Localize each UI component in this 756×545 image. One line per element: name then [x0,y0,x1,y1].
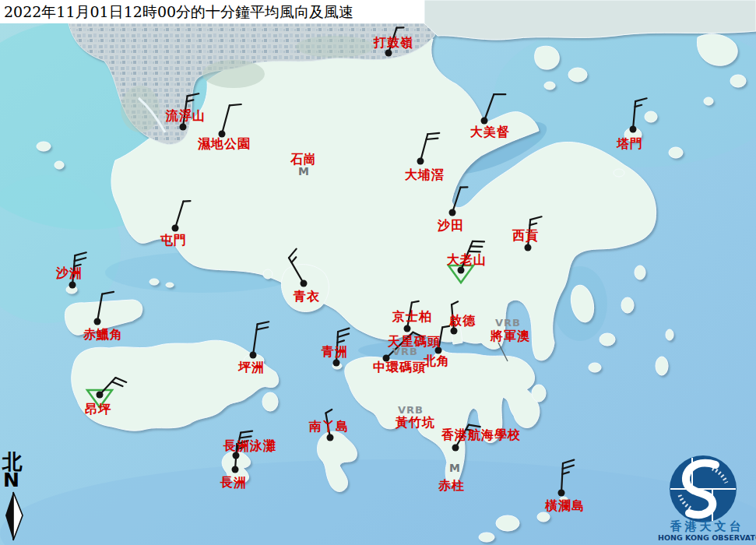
wind-barb-full [473,241,484,242]
station-dot [327,434,334,441]
wind-barb-half [325,410,332,413]
station [449,187,468,216]
station [417,133,440,165]
station-dot [452,445,459,452]
wind-barb-staff [235,444,237,469]
wind-barb-full [563,460,574,463]
station [250,322,269,358]
wind-barb-staff [175,202,184,228]
wind-barb-full [338,329,349,332]
station [172,201,191,231]
station-dot [458,267,465,274]
wind-barb-staff [389,28,397,53]
hko-logo-icon [658,453,756,528]
wind-barb-full [635,98,646,101]
wind-barb-full [75,258,86,261]
wind-barb-staff [484,94,494,121]
north-indicator: 北 N [0,452,34,545]
wind-barb-half [337,340,344,343]
station [481,94,506,124]
map-title: 2022年11月01日12時00分的十分鐘平均風向及風速 [0,0,424,23]
station [325,410,333,441]
station [289,249,308,287]
north-arrow-icon [0,490,31,542]
station-dot [172,225,179,232]
station-dot [481,118,488,125]
hko-name-en: HONG KONG OBSERVATORY [658,533,756,542]
wind-barb-full [240,436,251,438]
wind-barb-full [289,249,297,258]
wind-barb-full [258,322,269,324]
station-dot [180,124,187,131]
wind-barb-half [74,265,81,266]
station [451,301,459,334]
wind-barb-staff [438,327,442,350]
wind-barb-staff [222,105,230,134]
wind-barb-half [530,223,537,225]
wind-barb-full [427,133,439,134]
station-dot [219,131,226,138]
station-dot [385,50,392,57]
station-dot [417,158,424,165]
hko-logo: 香港天文台 HONG KONG OBSERVATORY [658,453,756,545]
station-dot [449,209,456,216]
wind-barb-full [115,378,126,382]
wind-barb-staff [420,134,427,161]
wind-barb-full [257,327,269,329]
station [180,93,199,130]
station-dot [525,244,532,251]
wind-barb-staff [633,101,635,129]
station-dot [333,360,340,367]
station-dot [404,325,411,332]
station [69,252,86,288]
station-dot [250,352,257,359]
station-dot [451,328,458,335]
wind-barb-staff [72,255,75,285]
station [219,104,241,138]
station [383,332,424,362]
station [452,425,480,452]
station [498,343,508,361]
wind-barb-full [413,332,424,338]
station-dot [94,318,101,325]
station-dot [558,490,565,497]
wind-map-page: 流浮山濕地公園打鼓嶺大美督塔門大埔滘石崗M沙田西貢大老山沙洲屯門赤鱲角青衣京士柏… [0,0,756,545]
station-dot [232,466,239,473]
station-dot [383,355,390,362]
wind-barb-half [635,105,642,107]
station [333,329,350,367]
station [630,98,647,132]
wind-barb-staff [289,258,304,283]
wind-barb-staff [561,463,563,493]
wind-barb-staff [452,188,461,213]
north-letter: N [3,470,19,490]
wind-barb-full [563,466,574,469]
wind-barb-full [470,246,482,247]
wind-barb-full [188,93,199,96]
wind-barb-staff [325,413,330,438]
station-dot [69,282,76,289]
station [385,27,404,56]
wind-barb-half [442,326,449,328]
wind-barb-full [241,431,252,433]
wind-barb-full [427,139,438,139]
station [525,216,542,251]
wind-barb-full [102,292,114,294]
wind-barb-half [452,301,458,304]
wind-barb-half [562,472,569,474]
stations-layer [0,0,756,545]
station-dot [97,392,104,399]
wind-barb-staff [407,303,412,329]
wind-barb-full [469,251,480,252]
wind-barb-staff [528,220,530,248]
wind-barb-full [230,104,241,105]
station [448,241,484,283]
wind-barb-half [412,301,419,303]
wind-barb-full [469,425,480,427]
wind-barb-staff [455,425,469,448]
wind-barb-staff [97,294,102,322]
wind-barb-staff [386,332,413,358]
wind-barb-full [338,334,349,337]
station-dot [435,347,442,354]
station [94,292,114,325]
